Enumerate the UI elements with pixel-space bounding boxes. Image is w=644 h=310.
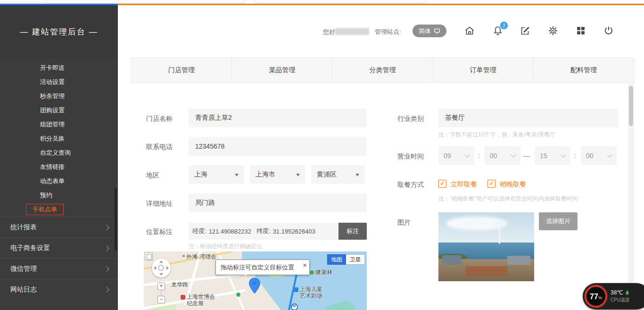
address-input[interactable] bbox=[189, 193, 367, 212]
content-scrollbar-thumb[interactable] bbox=[629, 86, 633, 126]
power-logout-icon[interactable] bbox=[603, 25, 614, 36]
active-item-highlight: 手机点单 bbox=[26, 204, 64, 215]
cpu-monitor-widget[interactable]: 77 % 38℃ CPU温度 bbox=[583, 283, 644, 310]
pickup-now-checkbox[interactable] bbox=[438, 180, 446, 188]
tab-category-management[interactable]: 分类管理 bbox=[332, 58, 433, 83]
pan-left-arrow-icon[interactable] bbox=[154, 266, 156, 270]
sidebar-item-activity-settings[interactable]: 活动设置 bbox=[0, 75, 118, 89]
close-hour-select[interactable]: 15 bbox=[535, 146, 570, 165]
choose-image-button[interactable]: 选择图片 bbox=[539, 212, 578, 230]
content-scrollbar-track[interactable] bbox=[628, 84, 634, 310]
district-select[interactable]: 黄浦区 bbox=[311, 165, 365, 184]
time-colon: : bbox=[478, 152, 480, 159]
pan-down-arrow-icon[interactable] bbox=[159, 273, 163, 276]
browser-urlbar-fragment bbox=[45, 0, 245, 3]
tab-ingredient-management[interactable]: 配料管理 bbox=[534, 58, 634, 83]
province-select[interactable]: 上海 bbox=[189, 165, 244, 184]
pickup-method-label: 取餐方式 bbox=[397, 181, 424, 189]
industry-label: 行业类别 bbox=[397, 115, 424, 123]
greeting-text: 您好 bbox=[323, 28, 335, 36]
chevron-down-icon bbox=[607, 152, 612, 157]
tooltip-text: 拖动标注可自定义目标位置 bbox=[221, 263, 294, 272]
sidebar-item-friendly-links[interactable]: 友情链接 bbox=[0, 160, 118, 174]
language-simplified-button[interactable]: 简体 bbox=[413, 25, 446, 37]
map-pan-control[interactable] bbox=[152, 259, 171, 277]
photo-rooftops bbox=[465, 266, 507, 276]
location-label: 位置标注 bbox=[146, 228, 173, 236]
settings-gear-icon[interactable] bbox=[547, 25, 559, 36]
sidebar-item-custom-query[interactable]: 自定义查询 bbox=[0, 146, 118, 160]
browser-urlbar-fragment-2 bbox=[255, 0, 427, 3]
group-label: 电子商务设置 bbox=[10, 244, 50, 252]
sidebar-item-group-buy[interactable]: 团购设置 bbox=[0, 103, 118, 117]
sidebar-scrollbar-thumb[interactable] bbox=[115, 188, 117, 251]
photo-fountain-jet bbox=[499, 223, 500, 244]
map-metro-station-icon bbox=[291, 303, 298, 310]
tab-dish-management[interactable]: 菜品管理 bbox=[232, 58, 332, 83]
industry-input[interactable] bbox=[438, 109, 619, 127]
open-minute-select[interactable]: 00 bbox=[485, 146, 520, 165]
apps-grid-icon[interactable] bbox=[575, 25, 586, 36]
header: 您好 管理站点: 简体 2 bbox=[118, 5, 644, 58]
home-icon[interactable] bbox=[464, 25, 475, 36]
pickup-later-label[interactable]: 稍晚取餐 bbox=[500, 180, 526, 189]
pan-center-icon bbox=[158, 265, 164, 271]
map-zoom-in-button[interactable]: + bbox=[157, 283, 165, 290]
sidebar-item-card-activation-gift[interactable]: 开卡即送 bbox=[0, 61, 118, 75]
business-hours-label: 营业时间 bbox=[397, 152, 424, 161]
industry-note: 注：字数不超过10个字，例：美食/粤菜/茶餐厅 bbox=[438, 131, 555, 139]
time-colon: : bbox=[574, 152, 576, 159]
city-select[interactable]: 上海市 bbox=[250, 165, 305, 184]
sidebar-menu: 开卡即送 活动设置 秒杀管理 团购设置 组团管理 积分兑换 自定义查询 友情链接… bbox=[0, 58, 118, 217]
sidebar-group-ecommerce-settings[interactable]: 电子商务设置 bbox=[0, 237, 118, 258]
pickup-later-checkbox[interactable] bbox=[487, 180, 495, 188]
sidebar-group-site-logs[interactable]: 网站日志 bbox=[0, 279, 118, 300]
pan-right-arrow-icon[interactable] bbox=[166, 266, 169, 270]
sidebar-item-dynamic-forms[interactable]: 动态表单 bbox=[0, 174, 118, 188]
pan-up-arrow-icon[interactable] bbox=[159, 260, 163, 263]
sidebar-item-points-exchange[interactable]: 积分兑换 bbox=[0, 132, 118, 146]
sidebar-group-wechat-management[interactable]: 微信管理 bbox=[0, 258, 118, 279]
username-redacted bbox=[335, 28, 369, 35]
sidebar-item-booking[interactable]: 预约 bbox=[0, 188, 118, 202]
pickup-note: 注：“稍晚取餐”用户可以选择在营业时间内选择取餐时间 bbox=[438, 195, 578, 203]
chevron-right-icon bbox=[104, 266, 109, 271]
tab-order-management[interactable]: 订单管理 bbox=[433, 58, 534, 83]
edit-pencil-icon[interactable] bbox=[520, 25, 531, 36]
phone-input[interactable] bbox=[189, 137, 367, 156]
map-marker-pin[interactable] bbox=[248, 277, 261, 294]
longitude-label: 经度: bbox=[192, 227, 206, 235]
map-type-satellite-button[interactable]: 卫星 bbox=[346, 254, 365, 265]
sidebar-item-mobile-ordering[interactable]: 手机点单 bbox=[0, 202, 118, 217]
location-note: 注：根据经纬度进行精确定位 bbox=[189, 243, 262, 251]
sidebar-item-team-management[interactable]: 组团管理 bbox=[0, 117, 118, 132]
region-label: 地区 bbox=[146, 171, 159, 180]
mark-location-button[interactable]: 标注 bbox=[339, 223, 367, 240]
map-place-label: 健康林 bbox=[310, 269, 332, 276]
notifications-bell-icon[interactable]: 2 bbox=[492, 25, 504, 36]
map-overview-control[interactable] bbox=[145, 252, 153, 260]
map-zoom-track[interactable] bbox=[161, 290, 162, 296]
map-zoom-out-button[interactable]: − bbox=[157, 296, 165, 303]
address-label: 详细地址 bbox=[146, 200, 173, 208]
leaf-icon bbox=[625, 290, 630, 296]
group-label: 统计报表 bbox=[10, 223, 37, 232]
tooltip-close-button[interactable]: × bbox=[303, 261, 307, 268]
pickup-now-label[interactable]: 立即取餐 bbox=[451, 180, 477, 189]
latitude-label: 纬度: bbox=[256, 227, 271, 235]
map-poi-green-icon bbox=[236, 292, 241, 297]
notification-badge: 2 bbox=[500, 22, 508, 29]
chevron-right-icon bbox=[104, 245, 109, 251]
district-value: 黄浦区 bbox=[317, 170, 337, 179]
store-name-input[interactable] bbox=[189, 109, 367, 127]
store-name-label: 门店名称 bbox=[146, 115, 173, 123]
sidebar: — 建站管理后台 — 开卡即送 活动设置 秒杀管理 团购设置 组团管理 积分兑换… bbox=[0, 5, 118, 310]
open-hour-select[interactable]: 09 bbox=[438, 146, 474, 165]
open-hour-value: 09 bbox=[444, 152, 451, 159]
sidebar-group-stats-reports[interactable]: 统计报表 bbox=[0, 217, 118, 237]
map-type-map-button[interactable]: 地图 bbox=[327, 254, 346, 265]
close-minute-select[interactable]: 00 bbox=[581, 146, 617, 165]
map-canvas[interactable]: 外滩·湾璟会 健康林 龙华路 上海儿童艺术剧场 上海世博会纪念展 + − bbox=[144, 251, 367, 310]
sidebar-item-flash-sale[interactable]: 秒杀管理 bbox=[0, 89, 118, 103]
tab-store-management[interactable]: 门店管理 bbox=[132, 58, 232, 83]
